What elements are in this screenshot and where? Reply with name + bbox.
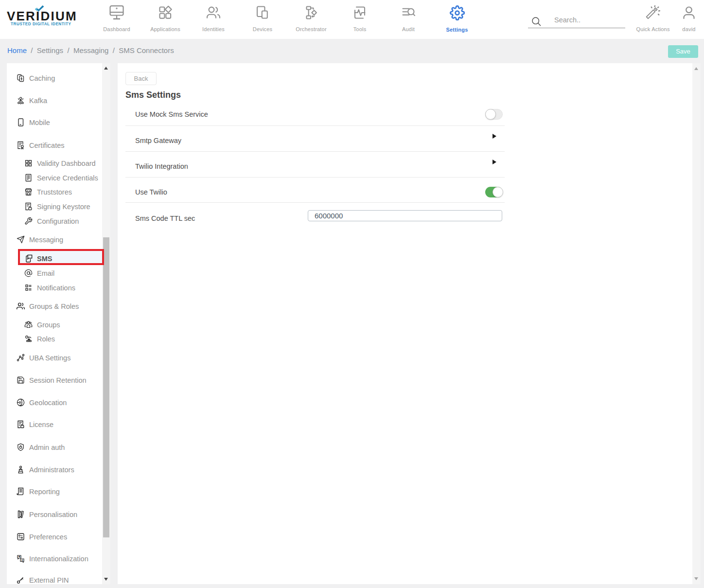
svg-text:✱: ✱ (18, 555, 20, 558)
svg-text:A: A (21, 559, 23, 562)
